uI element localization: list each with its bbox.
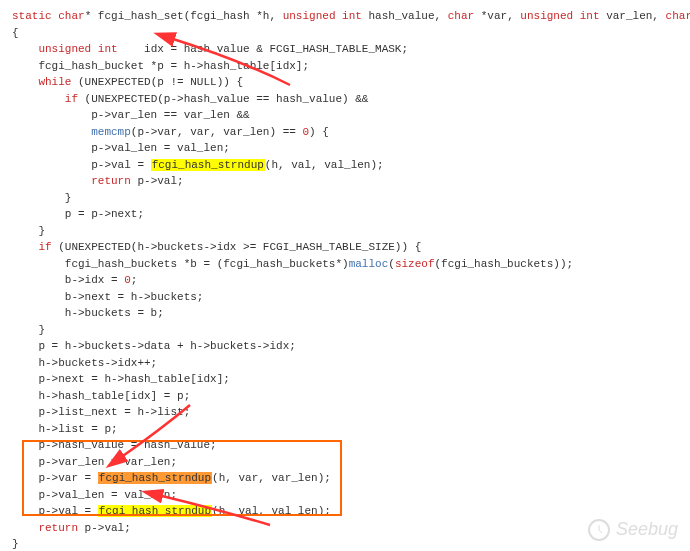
indent — [12, 175, 91, 187]
highlight-strndup: fcgi_hash_strndup — [151, 159, 265, 171]
code-line: p = p->next; — [12, 206, 678, 223]
code-line: p->var_len = var_len; — [12, 454, 678, 471]
code-line: while (UNEXPECTED(p != NULL)) { — [12, 74, 678, 91]
param: hash_value, — [362, 10, 448, 22]
code-line: p->val_len = val_len; — [12, 487, 678, 504]
code-text: (h, val, val_len); — [265, 159, 384, 171]
type-uint: unsigned int — [520, 10, 599, 22]
code-line: p = h->buckets->data + h->buckets->idx; — [12, 338, 678, 355]
code-line: p->next = h->hash_table[idx]; — [12, 371, 678, 388]
keyword-return: return — [38, 522, 78, 534]
indent — [12, 76, 38, 88]
code-text: (UNEXPECTED(h->buckets->idx >= FCGI_HASH… — [52, 241, 422, 253]
code-line: static char* fcgi_hash_set(fcgi_hash *h,… — [12, 8, 678, 25]
code-text: p->val = — [12, 159, 151, 171]
keyword-sizeof: sizeof — [395, 258, 435, 270]
code-text: (UNEXPECTED(p != NULL)) { — [71, 76, 243, 88]
code-line: h->buckets->idx++; — [12, 355, 678, 372]
type-char: char — [448, 10, 474, 22]
code-line: p->var = fcgi_hash_strndup(h, var, var_l… — [12, 470, 678, 487]
code-text: ) { — [309, 126, 329, 138]
keyword-return: return — [91, 175, 131, 187]
code-line: } — [12, 536, 678, 551]
code-text: (h, val, val_len); — [212, 505, 331, 517]
highlight-strndup: fcgi_hash_strndup — [98, 505, 212, 517]
code-line: if (UNEXPECTED(p->hash_value == hash_val… — [12, 91, 678, 108]
keyword-while: while — [38, 76, 71, 88]
code-line: p->val = fcgi_hash_strndup(h, val, val_l… — [12, 157, 678, 174]
indent — [12, 43, 38, 55]
highlight-strndup: fcgi_hash_strndup — [98, 472, 212, 484]
code-text: b->idx = — [12, 274, 124, 286]
code-text: (h, var, var_len); — [212, 472, 331, 484]
code-line: p->val_len = val_len; — [12, 140, 678, 157]
watermark-text: Seebug — [616, 516, 678, 543]
keyword-if: if — [65, 93, 78, 105]
fn-sig: * fcgi_hash_set(fcgi_hash *h, — [85, 10, 283, 22]
indent — [12, 522, 38, 534]
fn-malloc: malloc — [349, 258, 389, 270]
param: *var, — [474, 10, 520, 22]
watermark-icon — [588, 519, 610, 541]
code-text: p->val; — [78, 522, 131, 534]
code-line: } — [12, 223, 678, 240]
code-line: h->list = p; — [12, 421, 678, 438]
code-line: b->idx = 0; — [12, 272, 678, 289]
code-text: ; — [131, 274, 138, 286]
code-text: ( — [388, 258, 395, 270]
watermark: Seebug — [588, 516, 678, 543]
type-char: char — [666, 10, 690, 22]
type-char: char — [52, 10, 85, 22]
code-line: p->val = fcgi_hash_strndup(h, val, val_l… — [12, 503, 678, 520]
code-line: } — [12, 190, 678, 207]
code-line: unsigned int idx = hash_value & FCGI_HAS… — [12, 41, 678, 58]
code-line: return p->val; — [12, 520, 678, 537]
code-text: p->val = — [12, 505, 98, 517]
code-line: b->next = h->buckets; — [12, 289, 678, 306]
keyword-if: if — [38, 241, 51, 253]
code-text: idx = hash_value & FCGI_HASH_TABLE_MASK; — [118, 43, 408, 55]
code-text: p->var = — [12, 472, 98, 484]
fn-memcmp: memcmp — [91, 126, 131, 138]
code-line: p->list_next = h->list; — [12, 404, 678, 421]
type-uint: unsigned int — [38, 43, 117, 55]
param: var_len, — [600, 10, 666, 22]
code-text: (UNEXPECTED(p->hash_value == hash_value)… — [78, 93, 368, 105]
code-text: p->val; — [131, 175, 184, 187]
code-text: (fcgi_hash_buckets)); — [434, 258, 573, 270]
code-line: memcmp(p->var, var, var_len) == 0) { — [12, 124, 678, 141]
code-line: p->hash_value = hash_value; — [12, 437, 678, 454]
code-line: p->var_len == var_len && — [12, 107, 678, 124]
code-line: if (UNEXPECTED(h->buckets->idx >= FCGI_H… — [12, 239, 678, 256]
indent — [12, 93, 65, 105]
code-line: return p->val; — [12, 173, 678, 190]
number: 0 — [124, 274, 131, 286]
keyword-static: static — [12, 10, 52, 22]
code-text: (p->var, var, var_len) == — [131, 126, 303, 138]
code-line: h->hash_table[idx] = p; — [12, 388, 678, 405]
type-uint: unsigned int — [283, 10, 362, 22]
code-line: { — [12, 25, 678, 42]
code-text: fcgi_hash_buckets *b = (fcgi_hash_bucket… — [12, 258, 349, 270]
code-line: fcgi_hash_bucket *p = h->hash_table[idx]… — [12, 58, 678, 75]
indent — [12, 241, 38, 253]
indent — [12, 126, 91, 138]
code-line: h->buckets = b; — [12, 305, 678, 322]
code-block: static char* fcgi_hash_set(fcgi_hash *h,… — [12, 8, 678, 551]
code-line: } — [12, 322, 678, 339]
code-line: fcgi_hash_buckets *b = (fcgi_hash_bucket… — [12, 256, 678, 273]
